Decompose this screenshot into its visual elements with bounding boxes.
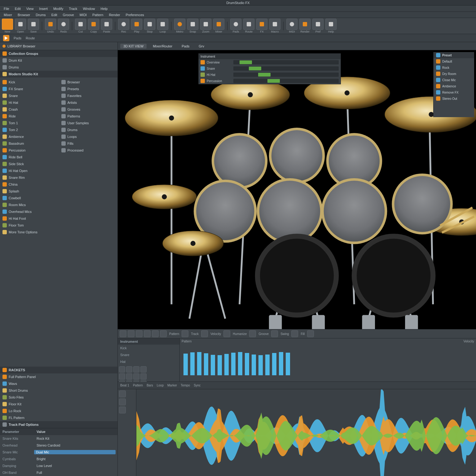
center-tab[interactable]: 3D KIT VIEW	[120, 44, 147, 49]
prop-row[interactable]: Snare MicDual Mic	[0, 449, 117, 456]
browser-item[interactable]: Floor Kit	[0, 401, 117, 408]
pattern-track[interactable]: Snare	[118, 351, 179, 358]
menu-help[interactable]: Help	[101, 7, 108, 11]
browser-item[interactable]: FX Snare	[0, 86, 59, 92]
velocity-bar[interactable]	[204, 353, 208, 375]
toolbtn-metro[interactable]	[174, 19, 185, 30]
toolbtn-new[interactable]	[2, 19, 13, 30]
menu-edit[interactable]: Edit	[15, 7, 21, 11]
menu-file[interactable]: File	[4, 7, 9, 11]
menu2-mixer[interactable]: Mixer	[4, 13, 12, 17]
velocity-bar[interactable]	[190, 352, 195, 375]
track-options-header[interactable]: Track Pad Options	[0, 421, 117, 428]
toolbtn-stop[interactable]	[144, 19, 155, 30]
browser-item[interactable]: Room Mics	[0, 201, 59, 208]
menu2-edit[interactable]: Edit	[51, 13, 57, 17]
toolbtn-render[interactable]	[299, 19, 311, 30]
browser-item[interactable]: Bassdrum	[0, 140, 59, 147]
browser-item[interactable]: Artists	[59, 99, 118, 106]
play-icon[interactable]	[3, 35, 9, 41]
browser-item[interactable]: Solo Files	[0, 394, 117, 401]
subbar-pads[interactable]: Pads	[14, 36, 21, 40]
browser-item[interactable]: Loops	[59, 133, 118, 140]
editor-toolbtn[interactable]	[307, 330, 314, 337]
browser-item[interactable]: Lo Rock	[0, 408, 117, 414]
velocity-bar[interactable]	[265, 355, 270, 375]
browser-item[interactable]: User Samples	[59, 120, 118, 126]
toolbtn-loop[interactable]	[157, 19, 168, 30]
editor-toolbtn[interactable]	[152, 330, 159, 337]
toolbtn-cut[interactable]	[75, 19, 86, 30]
browser-item[interactable]: Full Pattern Panel	[0, 373, 117, 380]
editor-toolbtn[interactable]	[201, 330, 208, 337]
menu-view[interactable]: View	[26, 7, 34, 11]
prop-row[interactable]: Snare KitsRock Kit	[0, 435, 117, 442]
pad-button[interactable]	[126, 373, 132, 380]
pad-button[interactable]	[140, 373, 147, 380]
browser-item[interactable]: Drums	[59, 126, 118, 133]
editor-toolbtn[interactable]	[182, 330, 188, 337]
waveform-view[interactable]	[136, 389, 476, 476]
timeline-head-item[interactable]: Pattern	[133, 384, 143, 387]
timeline-head-item[interactable]: Loop	[157, 384, 164, 387]
preset-item[interactable]: Ambience	[434, 83, 474, 89]
editor-toolbtn[interactable]	[144, 330, 151, 337]
arm-button[interactable]	[119, 407, 126, 413]
mute-button[interactable]	[119, 390, 126, 397]
toolbtn-help[interactable]	[325, 19, 337, 30]
browser-item[interactable]: Favorites	[59, 92, 118, 99]
prop-row[interactable]: OH BandFull	[0, 469, 117, 476]
menu-modify[interactable]: Modify	[53, 7, 63, 11]
preset-item[interactable]: Remove FX	[434, 89, 474, 95]
browser-item[interactable]: Tom 2	[0, 126, 59, 133]
browser-item[interactable]: Side Stick	[0, 161, 59, 167]
browser-item[interactable]: Wavs	[0, 380, 117, 387]
browser-item[interactable]: Fills	[59, 140, 118, 147]
menu-track[interactable]: Track	[69, 7, 77, 11]
toolbtn-play[interactable]	[131, 19, 142, 30]
browser-item[interactable]: Splash	[0, 188, 59, 195]
toolbtn-open[interactable]	[15, 19, 26, 30]
toolbtn-zoom[interactable]	[200, 19, 211, 30]
browser-item[interactable]: FL Pattern	[0, 414, 117, 421]
browser-item[interactable]: Hi Hat Open	[0, 167, 59, 174]
browser-item[interactable]: Kick	[0, 79, 59, 86]
toolbtn-save[interactable]	[28, 19, 39, 30]
browser-item[interactable]: Hi Hat Foot	[0, 215, 59, 222]
center-tab[interactable]: Grv	[196, 44, 207, 49]
velocity-lane[interactable]: Pattern Velocity	[180, 338, 476, 381]
velocity-bar[interactable]	[252, 355, 256, 375]
prop-row[interactable]: DampingLow Level	[0, 462, 117, 469]
prop-row[interactable]: OverheadStereo Cardioid	[0, 442, 117, 449]
browser-item[interactable]: Snare	[0, 92, 59, 99]
timeline-head-item[interactable]: Beat 1	[120, 384, 129, 387]
browser-cat[interactable]: Drum Kit	[0, 57, 117, 64]
pad-button[interactable]	[133, 366, 139, 372]
velocity-bar[interactable]	[279, 352, 283, 375]
menu-insert[interactable]: Insert	[39, 7, 48, 11]
toolbtn-midi[interactable]	[286, 19, 298, 30]
preset-item[interactable]: Stereo Out	[434, 95, 474, 102]
pad-button[interactable]	[133, 373, 139, 380]
editor-toolbtn[interactable]	[223, 330, 230, 337]
inspector-row[interactable]: Snare	[199, 65, 341, 72]
toolbtn-mixer[interactable]	[213, 19, 224, 30]
browser-item[interactable]: More Tone Options	[0, 229, 59, 236]
browser-item[interactable]: Ambience	[0, 133, 59, 140]
subbar-route[interactable]: Route	[26, 36, 35, 40]
editor-toolbtn[interactable]	[120, 330, 126, 337]
editor-toolbtn[interactable]	[249, 330, 256, 337]
toolbtn-pref[interactable]	[312, 19, 324, 30]
browser-item[interactable]: Presets	[59, 86, 118, 92]
velocity-bar[interactable]	[245, 353, 249, 375]
menu2-render[interactable]: Render	[109, 13, 120, 17]
pattern-track[interactable]: Hat	[118, 358, 179, 365]
velocity-bar[interactable]	[286, 353, 290, 375]
toolbtn-paste[interactable]	[101, 19, 112, 30]
browser-item[interactable]: Tom 1	[0, 120, 59, 126]
editor-toolbtn[interactable]	[291, 330, 298, 337]
center-tab[interactable]: Pads	[178, 44, 192, 49]
velocity-bar[interactable]	[238, 352, 242, 375]
toolbtn-redo[interactable]	[58, 19, 69, 30]
pad-button[interactable]	[126, 366, 132, 372]
